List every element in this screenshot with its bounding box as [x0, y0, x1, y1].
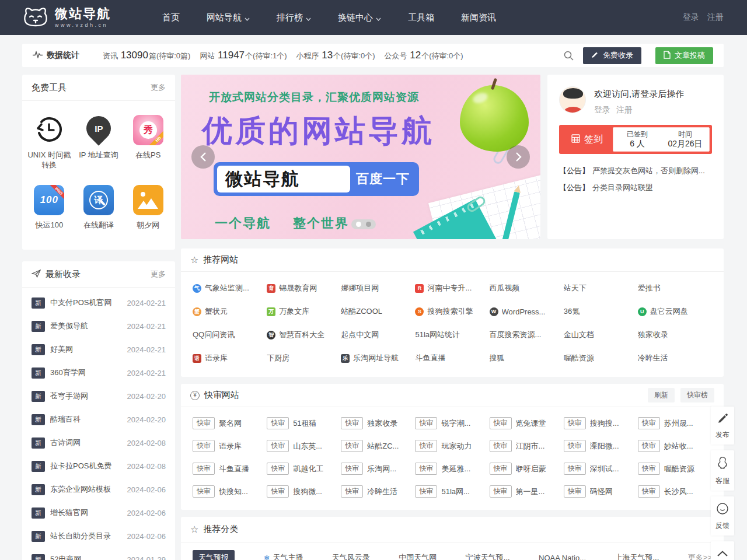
newest-item[interactable]: 新站长自助分类目录2024-02-06 — [32, 524, 166, 548]
tool-item[interactable]: 100PRO快运100 — [25, 185, 73, 230]
tool-item[interactable]: 朝夕网 — [124, 185, 172, 230]
publish-button[interactable]: 发布 — [711, 407, 734, 444]
newest-item[interactable]: 新360育学网2024-02-21 — [32, 361, 166, 384]
newest-more-link[interactable]: 更多 — [151, 269, 166, 279]
site-link[interactable]: 51la网站统计 — [415, 323, 489, 346]
welcome-login-link[interactable]: 登录 — [594, 105, 610, 116]
submit-site-button[interactable]: 免费收录 — [583, 47, 641, 64]
fast-review-link[interactable]: 快审玩家动力 — [415, 435, 489, 457]
fast-review-link[interactable]: 快审第一星... — [490, 480, 564, 503]
submit-article-button[interactable]: 文章投稿 — [655, 47, 713, 64]
fast-review-link[interactable]: 快审深圳试... — [564, 457, 638, 480]
newest-item[interactable]: 新苍穹手游网2024-02-20 — [32, 384, 166, 408]
newest-item[interactable]: 新好美网2024-02-21 — [32, 338, 166, 361]
site-logo[interactable]: 微站导航 www.vzdh.cn — [22, 5, 111, 30]
fast-review-link[interactable]: 快审码怪网 — [564, 480, 638, 503]
site-link[interactable]: 站酷ZCOOL — [341, 300, 415, 323]
fast-review-link[interactable]: 快审喔酷资源 — [638, 457, 712, 480]
newest-item[interactable]: 新52电商网2024-01-29 — [32, 548, 166, 560]
signin-button[interactable]: 签到 — [561, 134, 613, 146]
category-link[interactable]: 天气风云录 — [332, 552, 370, 560]
fast-review-link[interactable]: 快审咿呀启蒙 — [490, 457, 564, 480]
site-link[interactable]: 智智慧百科大全 — [267, 323, 341, 346]
carousel-prev-button[interactable] — [191, 145, 215, 169]
nav-menu-item[interactable]: 新闻资讯 — [461, 12, 496, 23]
fast-review-link[interactable]: 快审独家收录 — [341, 412, 415, 435]
fast-review-link[interactable]: 快审冷眸生活 — [341, 480, 415, 503]
fast-review-link[interactable]: 快审搜狗微... — [267, 480, 341, 503]
site-link[interactable]: 下厨房 — [267, 346, 341, 370]
nav-menu-item[interactable]: 首页 — [162, 12, 180, 23]
announcement-item[interactable]: 【公告】 分类目录网站联盟 — [559, 179, 712, 196]
fast-review-rank-button[interactable]: 快审榜 — [680, 388, 714, 402]
back-to-top-button[interactable] — [711, 541, 734, 560]
category-link[interactable]: 上海天气预... — [615, 552, 659, 560]
site-link[interactable]: 独家收录 — [638, 323, 712, 346]
site-link[interactable]: 站天下 — [564, 276, 638, 300]
site-link[interactable]: 起点中文网 — [341, 323, 415, 346]
carousel-dot[interactable] — [366, 222, 371, 227]
search-icon[interactable] — [564, 51, 574, 61]
site-link[interactable]: R河南中专升... — [415, 276, 489, 300]
newest-item[interactable]: 新古诗词网2024-02-08 — [32, 431, 166, 454]
site-link[interactable]: S搜狗搜索引擎 — [415, 300, 489, 323]
free-tools-more-link[interactable]: 更多 — [151, 82, 166, 93]
site-link[interactable]: 蟹蟹状元 — [193, 300, 267, 323]
fast-review-link[interactable]: 快审51la网... — [415, 480, 489, 503]
site-link[interactable]: 育锦晟教育网 — [267, 276, 341, 300]
newest-item[interactable]: 新增长猫官网2024-02-06 — [32, 501, 166, 524]
fast-review-link[interactable]: 快审长沙风... — [638, 480, 712, 503]
carousel-next-button[interactable] — [507, 145, 530, 169]
tool-item[interactable]: 秀HD在线PS — [124, 115, 172, 170]
categories-more-link[interactable]: 更多>> — [688, 552, 712, 560]
nav-menu-item[interactable]: 排行榜 — [277, 12, 311, 23]
newest-item[interactable]: 新酷瑞百科2024-02-20 — [32, 408, 166, 431]
fast-review-link[interactable]: 快审语录库 — [193, 435, 267, 457]
fast-review-link[interactable]: 快审搜狗搜... — [564, 412, 638, 435]
fast-review-link[interactable]: 快审51租猫 — [267, 412, 341, 435]
tool-item[interactable]: 译在线翻译 — [75, 185, 123, 230]
category-link[interactable]: NOAA Natio... — [539, 554, 586, 560]
fast-review-link[interactable]: 快审站酷ZC... — [341, 435, 415, 457]
register-link[interactable]: 注册 — [707, 12, 724, 23]
welcome-register-link[interactable]: 注册 — [616, 105, 633, 116]
site-link[interactable]: 斗鱼直播 — [415, 346, 489, 370]
nav-menu-item[interactable]: 网站导航 — [207, 12, 250, 23]
newest-item[interactable]: 新爱美伮导航2024-02-21 — [32, 314, 166, 338]
category-link[interactable]: ❄天气主播 — [263, 552, 303, 560]
site-link[interactable]: 爱推书 — [638, 276, 712, 300]
fast-review-link[interactable]: 快审美延雅... — [415, 457, 489, 480]
fast-review-link[interactable]: 快审江阴市... — [490, 435, 564, 457]
customer-service-button[interactable]: 客服 — [711, 450, 734, 491]
site-link[interactable]: 语语录库 — [193, 346, 267, 370]
carousel-dot-active[interactable] — [356, 222, 361, 227]
fast-review-link[interactable]: 快审凯越化工 — [267, 457, 341, 480]
tool-item[interactable]: IPIP 地址查询 — [75, 115, 123, 170]
site-link[interactable]: 气气象站监测... — [193, 276, 267, 300]
fast-review-link[interactable]: 快审览兔课堂 — [490, 412, 564, 435]
site-link[interactable]: 万万象文库 — [267, 300, 341, 323]
refresh-button[interactable]: 刷新 — [648, 388, 675, 402]
site-link[interactable]: U盘它云网盘 — [638, 300, 712, 323]
fast-review-link[interactable]: 快审苏州晟... — [638, 412, 712, 435]
site-link[interactable]: 36氪 — [564, 300, 638, 323]
fast-review-link[interactable]: 快审溧阳微... — [564, 435, 638, 457]
site-link[interactable]: 乐乐淘网址导航 — [341, 346, 415, 370]
site-link[interactable]: 娜娜项目网 — [341, 276, 415, 300]
site-link[interactable]: QQ问问资讯 — [193, 323, 267, 346]
nav-menu-item[interactable]: 换链中心 — [338, 12, 381, 23]
announcement-item[interactable]: 【公告】 严禁提交灰色网站，否则删除网... — [559, 162, 712, 179]
site-link[interactable]: 喔酷资源 — [564, 346, 638, 370]
newest-item[interactable]: 新中支付POS机官网2024-02-21 — [32, 291, 166, 314]
fast-review-link[interactable]: 快审聚名网 — [193, 412, 267, 435]
tool-item[interactable]: UNIX 时间戳转换 — [25, 115, 73, 170]
newest-item[interactable]: 新东莞企业网站模板2024-02-06 — [32, 478, 166, 501]
fast-review-link[interactable]: 快审快搜知... — [193, 480, 267, 503]
fast-review-link[interactable]: 快审乐淘网... — [341, 457, 415, 480]
signin-bar[interactable]: 签到 已签到 6 人 时间 02月26日 — [559, 125, 712, 154]
category-link[interactable]: 宁波天气预... — [466, 552, 510, 560]
carousel-dots[interactable] — [351, 219, 376, 229]
site-link[interactable]: WWordPress... — [490, 300, 564, 323]
feedback-button[interactable]: 反馈 — [711, 496, 734, 536]
nav-menu-item[interactable]: 工具箱 — [408, 12, 434, 23]
